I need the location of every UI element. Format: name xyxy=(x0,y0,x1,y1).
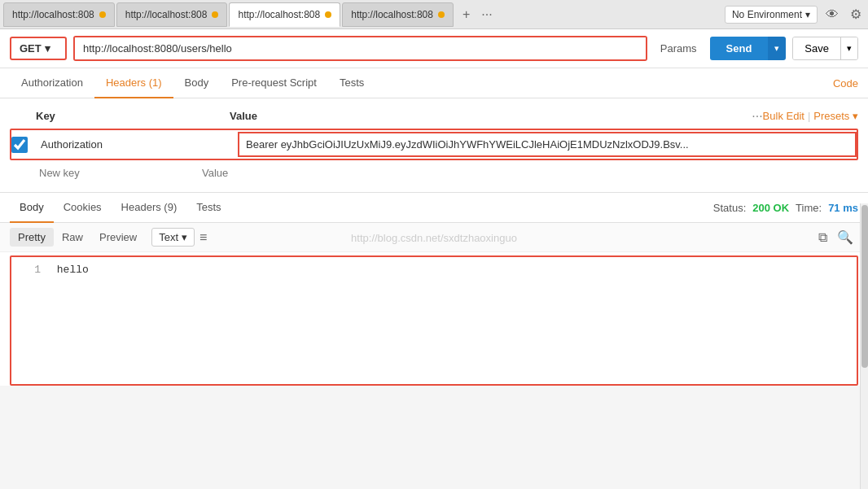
top-right: No Environment ▾ 👁 ⚙ xyxy=(725,3,865,25)
response-text-1: hello xyxy=(57,264,89,276)
header-key-input-0[interactable] xyxy=(34,133,238,155)
url-bar: GET ▾ Params Send ▾ Save ▾ xyxy=(0,29,868,68)
presets-button[interactable]: Presets ▾ xyxy=(813,110,858,122)
url-input[interactable] xyxy=(75,37,646,59)
response-line-1: 1 hello xyxy=(21,264,847,276)
send-dropdown-button[interactable]: ▾ xyxy=(768,37,786,60)
environment-selector[interactable]: No Environment ▾ xyxy=(725,6,818,24)
add-tab-button[interactable]: + xyxy=(458,6,474,24)
env-chevron-icon: ▾ xyxy=(805,9,810,20)
header-checkbox-0[interactable] xyxy=(11,137,28,153)
tab-bar: http://localhost:808 http://localhost:80… xyxy=(0,0,868,29)
type-chevron-icon: ▾ xyxy=(182,231,187,243)
send-button[interactable]: Send xyxy=(710,37,769,60)
tab-2[interactable]: http://localhost:808 xyxy=(116,2,228,27)
tab-actions: + ··· xyxy=(458,6,497,24)
method-label: GET xyxy=(20,42,42,55)
tab-headers[interactable]: Headers (1) xyxy=(94,68,173,98)
line-number-1: 1 xyxy=(21,264,41,276)
tab-1-label: http://localhost:808 xyxy=(12,9,94,20)
tab-tests[interactable]: Tests xyxy=(328,68,375,98)
tab-body[interactable]: Body xyxy=(173,68,221,98)
tab-3-dot xyxy=(325,11,331,18)
resp-tab-headers[interactable]: Headers (9) xyxy=(112,193,187,223)
more-tabs-button[interactable]: ··· xyxy=(477,6,496,24)
save-button-group: Save ▾ xyxy=(792,37,858,60)
method-button[interactable]: GET ▾ xyxy=(10,37,67,60)
tab-1-dot xyxy=(99,11,106,18)
watermark: http://blog.csdn.net/sxdtzhaoxinguo xyxy=(351,231,517,243)
new-header-row xyxy=(10,160,858,186)
new-value-input[interactable] xyxy=(195,164,858,182)
headers-section: Key Value ··· Bulk Edit | Presets ▾ xyxy=(0,98,868,193)
search-icon-button[interactable]: 🔍 xyxy=(832,228,858,247)
new-key-input[interactable] xyxy=(33,164,195,182)
scrollbar[interactable] xyxy=(860,203,868,392)
save-button[interactable]: Save xyxy=(793,37,840,59)
tab-2-label: http://localhost:808 xyxy=(125,9,208,20)
tab-1[interactable]: http://localhost:808 xyxy=(3,2,115,27)
resp-tab-tests[interactable]: Tests xyxy=(186,193,230,223)
url-input-wrap xyxy=(73,36,647,61)
env-label: No Environment xyxy=(732,9,802,20)
tab-authorization[interactable]: Authorization xyxy=(10,68,94,98)
tab-3-label: http://localhost:808 xyxy=(238,9,320,20)
preview-button[interactable]: Preview xyxy=(91,228,145,247)
col-key-label: Key xyxy=(10,107,230,125)
scrollbar-thumb[interactable] xyxy=(861,205,868,368)
code-link[interactable]: Code xyxy=(833,69,858,98)
response-body-area: Pretty Raw Preview Text ▾ ≡ http://blog.… xyxy=(0,223,868,386)
response-tabs-bar: Body Cookies Headers (9) Tests Status: 2… xyxy=(0,193,868,223)
response-format-bar: Pretty Raw Preview Text ▾ ≡ http://blog.… xyxy=(0,223,868,252)
header-row-0 xyxy=(10,129,858,160)
status-value: 200 OK xyxy=(752,202,789,214)
raw-button[interactable]: Raw xyxy=(54,228,91,247)
status-label: Status: xyxy=(713,202,746,214)
tab-4-label: http://localhost:808 xyxy=(351,9,433,20)
col-value-label: Value xyxy=(230,107,752,125)
type-dropdown[interactable]: Text ▾ xyxy=(151,228,195,247)
resp-tab-body[interactable]: Body xyxy=(10,193,54,223)
time-value: 71 ms xyxy=(828,202,858,214)
request-tabs: Authorization Headers (1) Body Pre-reque… xyxy=(0,68,868,98)
tab-2-dot xyxy=(212,11,218,18)
method-chevron-icon: ▾ xyxy=(45,42,50,55)
headers-more-button[interactable]: ··· xyxy=(752,109,762,124)
type-label: Text xyxy=(159,231,178,243)
tab-3[interactable]: http://localhost:808 xyxy=(229,2,340,27)
copy-button[interactable]: ⧉ xyxy=(813,229,832,247)
response-status: Status: 200 OK Time: 71 ms xyxy=(713,202,858,214)
response-content: 1 hello xyxy=(10,255,858,386)
send-button-group: Send ▾ xyxy=(710,37,787,60)
resp-tab-cookies[interactable]: Cookies xyxy=(54,193,112,223)
wrap-icon-button[interactable]: ≡ xyxy=(195,229,212,247)
header-value-input-0[interactable] xyxy=(238,132,857,157)
tab-pre-request-script[interactable]: Pre-request Script xyxy=(220,68,328,98)
presets-chevron-icon: ▾ xyxy=(853,110,858,122)
params-button[interactable]: Params xyxy=(654,39,704,58)
settings-icon-button[interactable]: ⚙ xyxy=(847,3,865,25)
eye-icon-button[interactable]: 👁 xyxy=(822,4,842,25)
tab-4[interactable]: http://localhost:808 xyxy=(342,2,454,27)
bulk-edit-button[interactable]: Bulk Edit xyxy=(763,110,804,122)
pretty-button[interactable]: Pretty xyxy=(10,228,54,247)
save-dropdown-button[interactable]: ▾ xyxy=(840,37,857,59)
tab-4-dot xyxy=(438,11,445,18)
time-label: Time: xyxy=(796,202,822,214)
